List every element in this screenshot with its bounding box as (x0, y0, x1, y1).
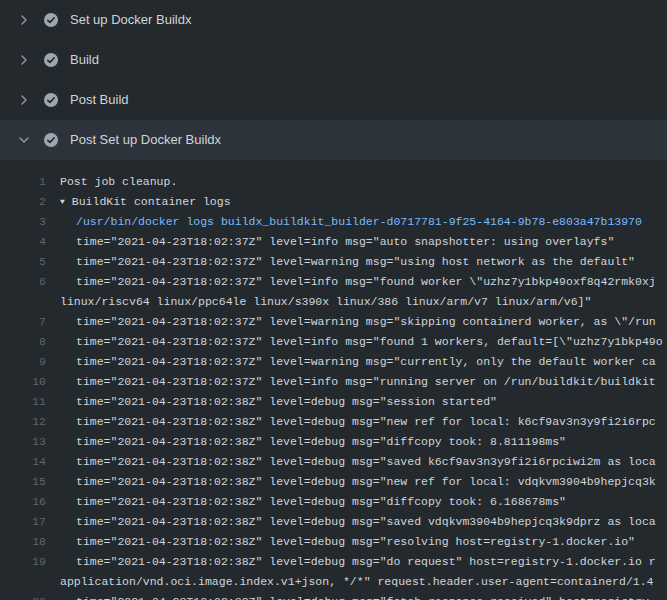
line-number[interactable]: 20 (12, 592, 46, 600)
check-circle-icon (43, 92, 59, 108)
log-text: time="2021-04-23T18:02:37Z" level=warnin… (60, 315, 656, 328)
log-text: linux/riscv64 linux/ppc64le linux/s390x … (60, 295, 591, 308)
log-text: time="2021-04-23T18:02:38Z" level=debug … (60, 455, 656, 468)
log-text: ▼BuildKit container logs (60, 195, 231, 208)
log-line: 5time="2021-04-23T18:02:37Z" level=warni… (12, 252, 667, 272)
log-text: time="2021-04-23T18:02:37Z" level=info m… (60, 235, 614, 248)
log-text: time="2021-04-23T18:02:38Z" level=debug … (60, 555, 656, 568)
log-line-continuation: application/vnd.oci.image.index.v1+json,… (12, 572, 667, 592)
log-text: time="2021-04-23T18:02:38Z" level=debug … (60, 435, 566, 448)
log-line: 11time="2021-04-23T18:02:38Z" level=debu… (12, 392, 667, 412)
line-number[interactable]: 12 (12, 412, 46, 432)
log-line: 12time="2021-04-23T18:02:38Z" level=debu… (12, 412, 667, 432)
chevron-down-icon[interactable] (16, 132, 32, 148)
line-number[interactable]: 18 (12, 532, 46, 552)
line-number[interactable]: 11 (12, 392, 46, 412)
log-line: 9time="2021-04-23T18:02:37Z" level=warni… (12, 352, 667, 372)
step-row-build[interactable]: Build (0, 40, 667, 80)
log-line: 14time="2021-04-23T18:02:38Z" level=debu… (12, 452, 667, 472)
chevron-right-icon[interactable] (16, 52, 32, 68)
log-text: time="2021-04-23T18:02:37Z" level=info m… (60, 275, 656, 288)
steps-list: Set up Docker Buildx Build Post Build Po… (0, 0, 667, 160)
log-group-label[interactable]: BuildKit container logs (72, 195, 231, 208)
chevron-right-icon[interactable] (16, 92, 32, 108)
line-number[interactable]: 7 (12, 312, 46, 332)
step-row-post-set-up-docker-buildx[interactable]: Post Set up Docker Buildx (0, 120, 667, 160)
log-text: time="2021-04-23T18:02:37Z" level=info m… (60, 335, 663, 348)
log-line: 19time="2021-04-23T18:02:38Z" level=debu… (12, 552, 667, 572)
line-number[interactable]: 10 (12, 372, 46, 392)
log-output: 1Post job cleanup.2▼BuildKit container l… (0, 160, 667, 600)
log-line: 6time="2021-04-23T18:02:37Z" level=info … (12, 272, 667, 292)
line-number[interactable]: 19 (12, 552, 46, 572)
step-row-set-up-docker-buildx[interactable]: Set up Docker Buildx (0, 0, 667, 40)
log-line: 13time="2021-04-23T18:02:38Z" level=debu… (12, 432, 667, 452)
log-group-toggle-icon[interactable]: ▼ (60, 192, 65, 212)
log-line: 15time="2021-04-23T18:02:38Z" level=debu… (12, 472, 667, 492)
log-line: 7time="2021-04-23T18:02:37Z" level=warni… (12, 312, 667, 332)
log-text: Post job cleanup. (60, 175, 177, 188)
line-number[interactable]: 4 (12, 232, 46, 252)
log-text: time="2021-04-23T18:02:37Z" level=warnin… (60, 255, 635, 268)
line-number[interactable]: 13 (12, 432, 46, 452)
log-line: 10time="2021-04-23T18:02:37Z" level=info… (12, 372, 667, 392)
log-text: time="2021-04-23T18:02:38Z" level=debug … (60, 415, 656, 428)
log-line: 1Post job cleanup. (12, 172, 667, 192)
step-title: Set up Docker Buildx (70, 12, 191, 28)
log-line: 20time="2021-04-23T18:02:38Z" level=debu… (12, 592, 667, 600)
check-circle-icon (43, 132, 59, 148)
check-circle-icon (43, 12, 59, 28)
log-text: application/vnd.oci.image.index.v1+json,… (60, 575, 654, 588)
log-line: 3/usr/bin/docker logs buildx_buildkit_bu… (12, 212, 667, 232)
check-circle-icon (43, 52, 59, 68)
log-line: 8time="2021-04-23T18:02:37Z" level=info … (12, 332, 667, 352)
log-text: time="2021-04-23T18:02:37Z" level=warnin… (60, 355, 656, 368)
log-line: 18time="2021-04-23T18:02:38Z" level=debu… (12, 532, 667, 552)
log-text: time="2021-04-23T18:02:38Z" level=debug … (60, 515, 656, 528)
log-text: time="2021-04-23T18:02:37Z" level=info m… (60, 375, 656, 388)
line-number[interactable]: 6 (12, 272, 46, 292)
log-text: time="2021-04-23T18:02:38Z" level=debug … (60, 595, 656, 600)
log-text: time="2021-04-23T18:02:38Z" level=debug … (60, 535, 635, 548)
log-line: 16time="2021-04-23T18:02:38Z" level=debu… (12, 492, 667, 512)
line-number[interactable]: 17 (12, 512, 46, 532)
log-line: 2▼BuildKit container logs (12, 192, 667, 212)
log-line-continuation: linux/riscv64 linux/ppc64le linux/s390x … (12, 292, 667, 312)
line-number[interactable]: 5 (12, 252, 46, 272)
line-number[interactable]: 16 (12, 492, 46, 512)
line-number[interactable]: 15 (12, 472, 46, 492)
step-title: Build (70, 52, 99, 68)
log-text: time="2021-04-23T18:02:38Z" level=debug … (60, 395, 497, 408)
log-text: time="2021-04-23T18:02:38Z" level=debug … (60, 475, 656, 488)
step-title: Post Set up Docker Buildx (70, 132, 221, 148)
line-number[interactable]: 14 (12, 452, 46, 472)
line-number[interactable]: 9 (12, 352, 46, 372)
log-line: 17time="2021-04-23T18:02:38Z" level=debu… (12, 512, 667, 532)
log-command-text: /usr/bin/docker logs buildx_buildkit_bui… (60, 215, 642, 228)
step-row-post-build[interactable]: Post Build (0, 80, 667, 120)
line-number[interactable]: 3 (12, 212, 46, 232)
chevron-right-icon[interactable] (16, 12, 32, 28)
step-title: Post Build (70, 92, 129, 108)
log-text: time="2021-04-23T18:02:38Z" level=debug … (60, 495, 566, 508)
line-number[interactable]: 1 (12, 172, 46, 192)
line-number[interactable]: 2 (12, 192, 46, 212)
log-line: 4time="2021-04-23T18:02:37Z" level=info … (12, 232, 667, 252)
line-number[interactable]: 8 (12, 332, 46, 352)
